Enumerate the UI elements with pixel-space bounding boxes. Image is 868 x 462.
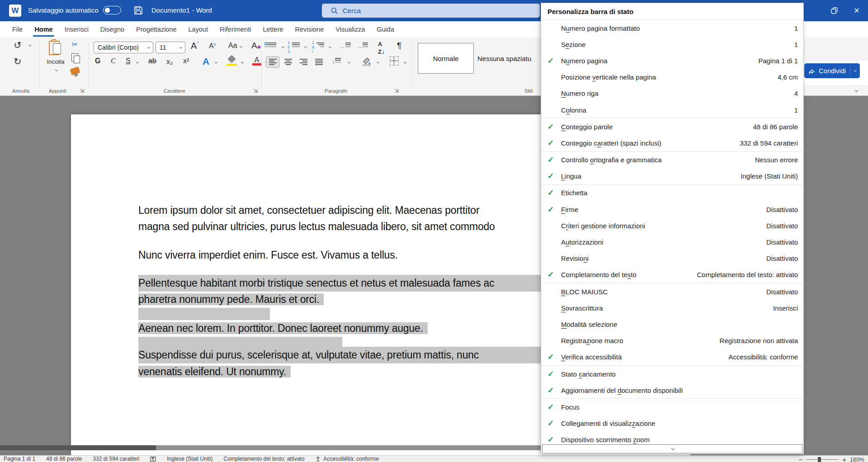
multilevel-list-chevron[interactable] [328,45,331,48]
underline-button[interactable]: S [126,57,131,65]
strikethrough-button[interactable]: ab [148,57,156,65]
statusbar-accessibility[interactable]: Accessibilità: conforme [315,456,379,462]
tab-home[interactable]: Home [28,22,58,37]
tab-lettere[interactable]: Lettere [257,22,289,37]
menu-item-controllo-ortografia-e-grammatica[interactable]: ✓Controllo ortografia e grammaticaNessun… [541,152,803,168]
statusbar-page-number[interactable]: Pagina 1 di 1 [4,456,35,462]
font-size-combobox[interactable]: 11 [156,42,185,53]
borders-chevron[interactable] [403,61,406,64]
menu-item-numero-pagina-formattato[interactable]: Numero pagina formattato1 [541,20,803,36]
close-window-button[interactable]: ✕ [845,0,868,21]
menu-item-lingua[interactable]: ✓LinguaInglese (Stati Uniti) [541,168,803,184]
text-effects-chevron[interactable] [214,61,217,64]
align-left-button[interactable] [266,56,279,68]
menu-item-numero-pagina[interactable]: ✓Numero paginaPagina 1 di 1 [541,52,803,69]
numbering-chevron[interactable] [304,45,307,48]
underline-chevron[interactable] [136,61,139,64]
zoom-level[interactable]: 160% [850,457,864,462]
document-text-line[interactable]: Nunc viverra imperdiet enim. Fusce est. … [138,248,398,262]
justify-button[interactable] [312,56,326,68]
format-painter-button[interactable] [70,66,80,75]
menu-item-modalit-selezione[interactable]: Modalità selezione [541,316,803,332]
bullets-chevron[interactable] [281,45,284,48]
paste-button[interactable]: Incolla [45,40,66,73]
statusbar-text-completion[interactable]: Completamento del testo: attivato [224,456,305,462]
paste-dropdown-chevron[interactable] [55,68,58,71]
document-text-line[interactable]: pharetra nonummy pede. Mauris et orci. [138,291,324,308]
sort-button[interactable]: AZ↓ [378,41,385,55]
align-right-button[interactable] [297,56,310,68]
font-color-button[interactable]: A [252,56,261,66]
document-text-line[interactable]: venenatis eleifend. Ut nonummy. [138,363,291,380]
tab-layout[interactable]: Layout [183,22,214,37]
zoom-in-button[interactable]: + [842,456,846,462]
tab-visualizza[interactable]: Visualizza [330,22,371,37]
borders-button[interactable] [390,57,399,66]
word-app-icon[interactable]: W [9,5,21,17]
share-button[interactable]: Condividi [804,63,860,78]
tab-riferimenti[interactable]: Riferimenti [214,22,257,37]
statusbar-proofing[interactable] [150,456,156,462]
menu-item-collegamenti-di-visualizzazione[interactable]: ✓Collegamenti di visualizzazione [541,415,803,432]
undo-dropdown-chevron[interactable] [28,43,31,47]
statusbar-char-count[interactable]: 332 di 594 caratteri [93,456,139,462]
menu-item-numero-riga[interactable]: Numero riga4 [541,85,803,102]
menu-item-criteri-gestione-informazioni[interactable]: Criteri gestione informazioniDisattivato [541,217,803,234]
menu-item-registrazione-macro[interactable]: Registrazione macroRegistrazione non att… [541,333,803,349]
clear-formatting-button[interactable]: A◆ [251,41,261,51]
search-input[interactable]: Cerca [322,4,540,18]
zoom-slider-track[interactable] [806,459,839,460]
document-text-line[interactable]: Aenean nec lorem. In porttitor. Donec la… [138,320,428,337]
document-text-line[interactable]: Lorem ipsum dolor sit amet, consectetuer… [138,203,479,217]
line-spacing-button[interactable]: ↕ [332,57,341,66]
menu-item-etichetta[interactable]: ✓Etichetta [541,185,803,201]
multilevel-list-button[interactable]: 1ai [316,42,324,50]
line-spacing-chevron[interactable] [347,61,350,64]
menu-item-colonna[interactable]: Colonna1 [541,102,803,118]
show-formatting-marks-button[interactable]: ¶ [397,41,401,51]
shading-chevron[interactable] [376,61,379,64]
restore-window-button[interactable] [823,0,845,21]
tab-guida[interactable]: Guida [371,22,400,37]
highlight-color-button[interactable] [227,56,237,66]
increase-indent-button[interactable]: → [357,42,368,50]
autosave-toggle[interactable] [103,6,121,14]
numbering-button[interactable]: 123 [292,42,300,50]
paragraph-dialog-launcher[interactable]: ⇲ [394,88,399,94]
menu-item-verifica-accessibilit-[interactable]: ✓Verifica accessibilitàAccessibilità: co… [541,349,803,365]
document-text-line[interactable]: magna sed pulvinar ultricies, purus lect… [138,220,495,233]
menu-item-focus[interactable]: ✓Focus [541,399,803,415]
menu-item-revisioni[interactable]: RevisioniDisattivato [541,250,803,267]
tab-file[interactable]: File [6,22,28,37]
menu-item-aggiornamenti-del-documento-disponibili[interactable]: ✓Aggiornamenti del documento disponibili [541,382,803,398]
zoom-out-button[interactable]: − [798,456,802,462]
style-normal[interactable]: Normale [418,43,474,74]
shading-button[interactable] [362,56,372,66]
undo-button[interactable]: ↺ [14,40,22,51]
bold-button[interactable]: G [95,57,100,65]
style-no-spacing[interactable]: Nessuna spaziatu [477,43,545,74]
italic-button[interactable]: C [111,57,116,65]
menu-item-stato-caricamento[interactable]: ✓Stato caricamento [541,366,803,382]
menu-item-conteggio-caratteri-spazi-inclusi-[interactable]: ✓Conteggio caratteri (spazi inclusi)332 … [541,135,803,151]
superscript-button[interactable]: x² [183,57,189,65]
save-icon[interactable] [133,5,143,15]
clipboard-dialog-launcher[interactable]: ⇲ [80,88,84,94]
text-effects-button[interactable]: A [203,56,209,67]
menu-scroll-down[interactable] [542,444,802,453]
menu-item-conteggio-parole[interactable]: ✓Conteggio parole48 di 86 parole [541,118,803,135]
subscript-button[interactable]: x₂ [166,58,173,66]
statusbar-word-count[interactable]: 48 di 86 parole [46,456,82,462]
font-name-combobox[interactable]: Calibri (Corpo) [94,42,153,53]
menu-item-sezione[interactable]: Sezione1 [541,36,803,52]
horizontal-scrollbar-track[interactable] [156,445,541,450]
decrease-indent-button[interactable]: ← [340,42,351,50]
menu-item-autorizzazioni[interactable]: AutorizzazioniDisattivato [541,234,803,250]
collapse-ribbon-chevron[interactable] [854,88,858,92]
menu-item-posizione-verticale-nella-pagina[interactable]: Posizione verticale nella pagina4,6 cm [541,69,803,85]
horizontal-scrollbar-thumb[interactable] [0,445,156,450]
highlight-color-chevron[interactable] [241,61,244,64]
tab-progettazione[interactable]: Progettazione [130,22,182,37]
zoom-slider-handle[interactable] [818,457,821,462]
change-case-button[interactable]: Aa [228,42,241,50]
